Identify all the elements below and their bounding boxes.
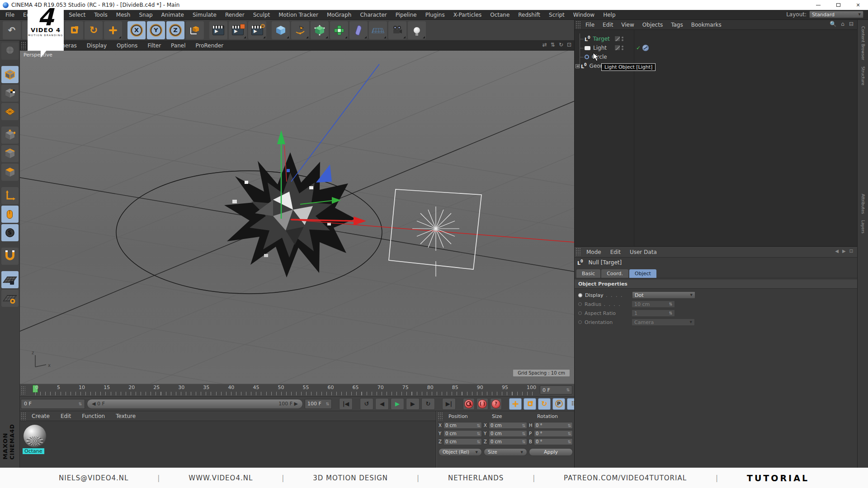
nav-back-icon[interactable]: ◀: [835, 249, 839, 253]
frame-end-field[interactable]: 0 F⇅: [540, 385, 572, 394]
menu-render[interactable]: Render: [225, 12, 245, 18]
search-icon[interactable]: 🔍: [830, 21, 836, 27]
minimize-button[interactable]: [808, 0, 828, 10]
am-menu-mode[interactable]: Mode: [586, 249, 601, 255]
viewport-toggle-icon[interactable]: ⊡: [567, 42, 571, 48]
add-light-button[interactable]: [408, 21, 426, 39]
size-x-field[interactable]: 0 cm⇅: [489, 422, 527, 429]
menu-animate[interactable]: Animate: [161, 12, 184, 18]
timeline-scrubber[interactable]: ◀ 0 F 100 F ▶: [87, 399, 303, 409]
menu-plugins[interactable]: Plugins: [425, 12, 445, 18]
add-deformer-button[interactable]: [349, 21, 368, 39]
menu-mesh[interactable]: Mesh: [116, 12, 131, 18]
mat-menu-texture[interactable]: Texture: [116, 413, 136, 419]
object-name[interactable]: Light: [593, 45, 607, 51]
mat-menu-create[interactable]: Create: [32, 413, 50, 419]
home-icon[interactable]: ⌂: [841, 21, 844, 27]
menu-simulate[interactable]: Simulate: [193, 12, 217, 18]
go-to-end-button[interactable]: ▶|: [442, 398, 456, 410]
model-mode-button[interactable]: [1, 66, 19, 83]
anim-dot-icon[interactable]: [578, 311, 582, 315]
add-environment-button[interactable]: [369, 21, 387, 39]
mat-menu-function[interactable]: Function: [82, 413, 105, 419]
key-position-toggle[interactable]: [509, 398, 522, 410]
menu-file[interactable]: File: [5, 12, 14, 18]
object-row-target[interactable]: L0 Target: [580, 34, 610, 43]
panel-grip[interactable]: [576, 248, 581, 256]
object-row-light[interactable]: Light: [580, 43, 607, 52]
undo-button[interactable]: ↶: [3, 21, 21, 39]
render-picture-viewer-button[interactable]: [229, 21, 247, 39]
enable-axis-button[interactable]: [1, 187, 19, 204]
panel-grip[interactable]: [21, 386, 25, 395]
previous-frame-button[interactable]: ◀: [375, 398, 389, 410]
menu-tools[interactable]: Tools: [94, 12, 108, 18]
render-view-button[interactable]: [209, 21, 227, 39]
tab-content-browser[interactable]: Content Browser: [861, 26, 865, 60]
menu-select[interactable]: Select: [69, 12, 85, 18]
viewport-canvas[interactable]: z x Perspective Grid Spacing : 10 cm: [20, 51, 574, 384]
visibility-toggles[interactable]: [614, 45, 623, 51]
position-z-field[interactable]: 0 cm⇅: [443, 438, 482, 445]
make-editable-button[interactable]: [1, 42, 19, 60]
viewport-pan-icon[interactable]: ⇄: [542, 42, 547, 48]
aspect-ratio-field[interactable]: 1⇅: [632, 310, 675, 317]
vp-menu-prorender[interactable]: ProRender: [195, 42, 223, 49]
tag-area[interactable]: ✓: [636, 45, 649, 51]
viewport-tweak-button[interactable]: [1, 206, 19, 223]
lock-z-axis-button[interactable]: Z: [166, 21, 184, 39]
radius-field[interactable]: 10 cm⇅: [632, 300, 675, 308]
material-thumbnail[interactable]: [24, 425, 46, 447]
scale-tool-button[interactable]: [65, 21, 83, 39]
panel-grip[interactable]: [438, 412, 443, 420]
texture-mode-button[interactable]: [1, 84, 19, 102]
go-to-start-button[interactable]: |◀: [339, 398, 353, 410]
tab-structure[interactable]: Structure: [861, 66, 865, 85]
am-menu-edit[interactable]: Edit: [610, 249, 621, 255]
rotation-h-field[interactable]: 0 °⇅: [534, 422, 573, 429]
add-mograph-button[interactable]: [330, 21, 348, 39]
menu-window[interactable]: Window: [573, 12, 594, 18]
soft-selection-button[interactable]: S: [1, 224, 19, 241]
vp-menu-panel[interactable]: Panel: [171, 42, 185, 49]
anim-dot-icon[interactable]: [578, 302, 582, 306]
close-button[interactable]: ✕: [848, 0, 868, 10]
lock-icon[interactable]: ⊡: [849, 249, 853, 253]
position-x-field[interactable]: 0 cm⇅: [443, 422, 482, 429]
om-menu-edit[interactable]: Edit: [603, 22, 613, 28]
anim-dot-icon[interactable]: [578, 293, 582, 297]
lock-y-axis-button[interactable]: Y: [147, 21, 165, 39]
current-frame-field[interactable]: 0 F⇅: [21, 399, 85, 409]
collapse-icon[interactable]: ⊟: [849, 21, 854, 27]
om-menu-objects[interactable]: Objects: [642, 22, 663, 28]
om-menu-file[interactable]: File: [585, 22, 594, 28]
material-name[interactable]: Octane: [23, 448, 44, 454]
key-scale-toggle[interactable]: [524, 398, 536, 410]
panel-grip[interactable]: [21, 42, 26, 50]
maximize-button[interactable]: [828, 0, 848, 10]
edges-mode-button[interactable]: [1, 145, 19, 162]
snap-button[interactable]: [1, 248, 19, 265]
visibility-toggles[interactable]: [614, 36, 623, 42]
om-menu-tags[interactable]: Tags: [671, 22, 683, 28]
mat-menu-edit[interactable]: Edit: [61, 413, 71, 419]
position-y-field[interactable]: 0 cm⇅: [443, 430, 482, 437]
menu-redshift[interactable]: Redshift: [518, 12, 540, 18]
object-manager-tree[interactable]: L0 Target Light ✓ Circle: [575, 30, 857, 246]
coordinate-system-button[interactable]: [186, 21, 204, 39]
previous-key-button[interactable]: ↺: [360, 398, 373, 410]
section-header[interactable]: Object Properties: [575, 280, 858, 289]
add-generator-button[interactable]: [311, 21, 329, 39]
tab-basic[interactable]: Basic: [576, 269, 600, 278]
target-tag-icon[interactable]: [642, 45, 649, 51]
object-name[interactable]: Target: [593, 36, 610, 42]
menu-mograph[interactable]: MoGraph: [327, 12, 352, 18]
add-spline-button[interactable]: [291, 21, 309, 39]
layout-select[interactable]: Standard▼: [809, 11, 863, 18]
coord-mode-dropdown[interactable]: Object (Rel)▼: [439, 448, 482, 456]
menu-pipeline[interactable]: Pipeline: [396, 12, 417, 18]
lock-x-axis-button[interactable]: X: [127, 21, 146, 39]
vp-menu-options[interactable]: Options: [117, 42, 137, 49]
menu-sculpt[interactable]: Sculpt: [253, 12, 270, 18]
expand-icon[interactable]: [576, 64, 580, 68]
